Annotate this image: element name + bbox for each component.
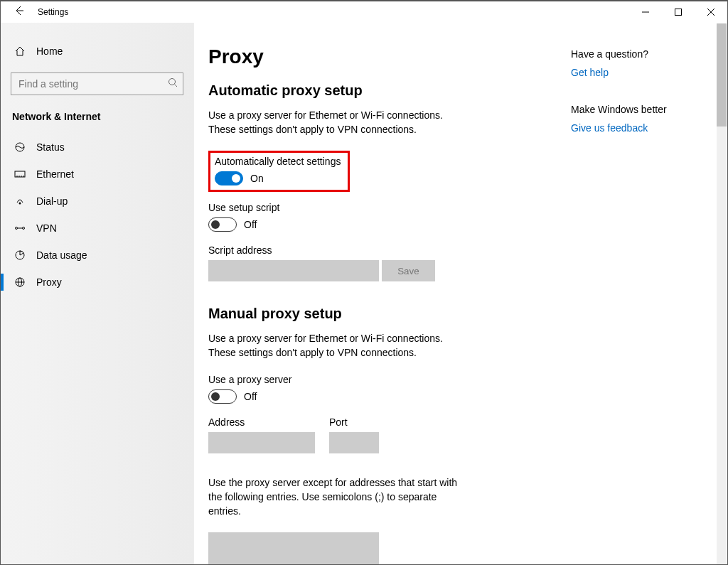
- window-title: Settings: [38, 7, 68, 17]
- search-icon: [168, 77, 178, 90]
- search-wrap: [11, 72, 183, 95]
- svg-rect-2: [675, 9, 682, 16]
- bypass-desc: Use the proxy server except for addresse…: [208, 476, 464, 518]
- sidebar-item-proxy[interactable]: Proxy: [1, 269, 193, 296]
- main-column: Proxy Automatic proxy setup Use a proxy …: [208, 45, 535, 564]
- proxy-icon: [14, 276, 26, 288]
- vpn-icon: [14, 222, 26, 234]
- dialup-icon: [14, 195, 26, 207]
- setupscript-toggle[interactable]: [208, 217, 237, 232]
- scriptaddr-label: Script address: [208, 244, 535, 256]
- address-input: [208, 432, 315, 453]
- nav-label: Data usage: [36, 249, 87, 261]
- sidebar: Home Network & Internet Status: [1, 23, 194, 564]
- sidebar-item-datausage[interactable]: Data usage: [1, 242, 193, 269]
- nav-label: Proxy: [36, 276, 62, 288]
- sidebar-item-dialup[interactable]: Dial-up: [1, 188, 193, 215]
- svg-point-15: [23, 227, 25, 230]
- autodetect-toggle[interactable]: [215, 171, 243, 185]
- scrollbar[interactable]: [717, 23, 727, 564]
- home-button[interactable]: Home: [1, 40, 193, 63]
- nav-label: Dial-up: [36, 195, 68, 207]
- svg-line-6: [175, 85, 178, 87]
- useproxy-toggle[interactable]: [208, 389, 237, 404]
- auto-desc: Use a proxy server for Ethernet or Wi-Fi…: [208, 109, 464, 136]
- better-heading: Make Windows better: [571, 104, 706, 115]
- settings-window: Settings Home: [0, 1, 728, 565]
- autodetect-label: Automatically detect settings: [215, 156, 341, 167]
- bypass-textarea: [208, 532, 379, 564]
- scrollbar-thumb[interactable]: [717, 23, 727, 127]
- content-area: Home Network & Internet Status: [1, 23, 727, 564]
- useproxy-label: Use a proxy server: [208, 374, 535, 385]
- nav-label: Ethernet: [36, 168, 74, 180]
- close-button[interactable]: [695, 1, 727, 23]
- nav-list: Status Ethernet Dial-up: [1, 134, 193, 296]
- setupscript-label: Use setup script: [208, 202, 535, 213]
- minimize-button[interactable]: [629, 1, 662, 23]
- status-icon: [14, 141, 26, 153]
- maximize-button[interactable]: [662, 1, 695, 23]
- back-button[interactable]: [14, 5, 25, 19]
- sidebar-item-vpn[interactable]: VPN: [1, 215, 193, 242]
- question-heading: Have a question?: [571, 48, 706, 60]
- get-help-link[interactable]: Get help: [571, 67, 609, 78]
- useproxy-state: Off: [244, 391, 257, 402]
- sidebar-item-ethernet[interactable]: Ethernet: [1, 161, 193, 188]
- useproxy-toggle-row: Off: [208, 389, 535, 404]
- main-panel: Proxy Automatic proxy setup Use a proxy …: [194, 23, 727, 564]
- svg-point-5: [169, 79, 176, 85]
- sidebar-section-header: Network & Internet: [1, 107, 193, 134]
- auto-save-button: Save: [382, 260, 435, 281]
- titlebar: Settings: [1, 1, 727, 23]
- ethernet-icon: [14, 168, 26, 180]
- address-label: Address: [208, 416, 315, 428]
- section-manual-title: Manual proxy setup: [208, 306, 535, 322]
- sidebar-item-status[interactable]: Status: [1, 134, 193, 161]
- svg-point-13: [19, 203, 21, 205]
- feedback-link[interactable]: Give us feedback: [571, 122, 648, 134]
- address-port-row: Address Port: [208, 416, 535, 466]
- datausage-icon: [14, 249, 26, 261]
- port-label: Port: [329, 416, 379, 428]
- manual-desc: Use a proxy server for Ethernet or Wi-Fi…: [208, 332, 464, 360]
- autodetect-state: On: [250, 173, 264, 184]
- nav-label: VPN: [36, 222, 57, 234]
- page-title: Proxy: [208, 45, 535, 68]
- home-icon: [14, 45, 26, 57]
- window-controls: [629, 1, 727, 23]
- port-input: [329, 432, 379, 453]
- svg-point-14: [16, 227, 18, 230]
- highlight-autodetect: Automatically detect settings On: [208, 151, 350, 192]
- setupscript-toggle-row: Off: [208, 217, 535, 232]
- home-label: Home: [36, 45, 63, 57]
- nav-label: Status: [36, 141, 65, 153]
- aside-column: Have a question? Get help Make Windows b…: [571, 45, 706, 564]
- autodetect-toggle-row: On: [215, 171, 341, 185]
- section-auto-title: Automatic proxy setup: [208, 82, 535, 99]
- setupscript-state: Off: [244, 219, 257, 230]
- scriptaddr-input: [208, 260, 379, 281]
- search-input[interactable]: [11, 72, 183, 95]
- titlebar-left: Settings: [1, 5, 68, 19]
